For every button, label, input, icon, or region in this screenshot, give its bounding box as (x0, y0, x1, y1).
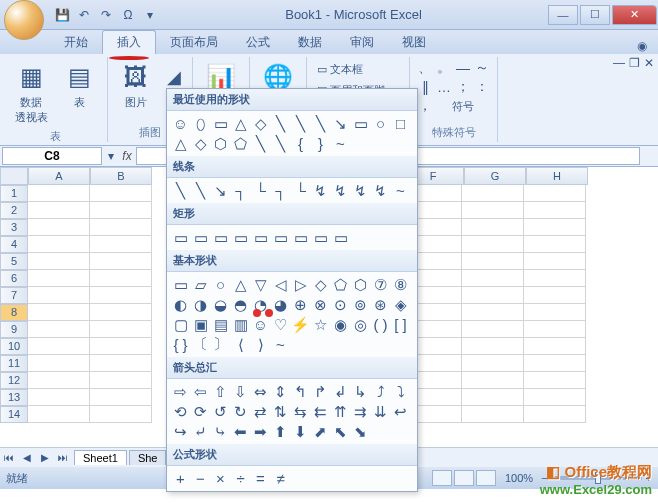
shape-item[interactable]: ▢ (171, 315, 190, 334)
cell[interactable] (28, 270, 90, 287)
cell[interactable] (28, 372, 90, 389)
shape-item[interactable]: ▭ (211, 228, 230, 247)
shape-item[interactable]: ➡ (251, 422, 270, 441)
pivot-table-button[interactable]: ▦ 数据 透视表 (9, 59, 53, 127)
cell[interactable] (90, 253, 152, 270)
shape-item[interactable]: ~ (331, 134, 350, 153)
shape-item[interactable]: ⤷ (211, 422, 230, 441)
shape-item[interactable]: ▭ (311, 228, 330, 247)
shape-item[interactable]: ↯ (311, 181, 330, 200)
shape-item[interactable]: ~ (391, 181, 410, 200)
shape-item[interactable]: ▣ (191, 315, 210, 334)
sheet-nav-last[interactable]: ⏭ (54, 452, 72, 463)
cell[interactable] (524, 202, 586, 219)
view-pagebreak-button[interactable] (476, 470, 496, 486)
cell[interactable] (28, 287, 90, 304)
qat-dropdown-icon[interactable]: ▾ (140, 5, 160, 25)
shape-item[interactable]: ▥ (231, 315, 250, 334)
row-header[interactable]: 11 (0, 355, 28, 372)
tab-data[interactable]: 数据 (284, 31, 336, 54)
shape-item[interactable]: ┐ (271, 181, 290, 200)
shape-item[interactable]: ▭ (231, 228, 250, 247)
sheet-nav-first[interactable]: ⏮ (0, 452, 18, 463)
shape-item[interactable]: ⊗ (311, 295, 330, 314)
cell[interactable] (90, 219, 152, 236)
col-header[interactable]: A (28, 167, 90, 185)
cell[interactable] (462, 406, 524, 423)
cell[interactable] (90, 236, 152, 253)
shape-item[interactable]: ⬉ (331, 422, 350, 441)
view-layout-button[interactable] (454, 470, 474, 486)
shape-item[interactable]: ⤶ (191, 422, 210, 441)
shape-item[interactable]: ⬯ (191, 114, 210, 133)
cell[interactable] (462, 355, 524, 372)
shape-item[interactable]: ~ (271, 335, 290, 354)
cell[interactable] (28, 253, 90, 270)
row-header[interactable]: 3 (0, 219, 28, 236)
symbol-item[interactable]: ～ (473, 59, 491, 77)
shape-item[interactable]: ⬆ (271, 422, 290, 441)
shape-item[interactable]: ⑦ (371, 275, 390, 294)
shape-item[interactable]: ╲ (191, 181, 210, 200)
shape-item[interactable]: ⇕ (271, 382, 290, 401)
cell[interactable] (524, 304, 586, 321)
sheet-tab-1[interactable]: Sheet1 (74, 450, 127, 465)
fx-icon[interactable]: fx (118, 149, 136, 163)
shape-item[interactable]: ⇆ (291, 402, 310, 421)
shape-item[interactable]: ▭ (251, 228, 270, 247)
cell[interactable] (90, 321, 152, 338)
shape-item[interactable]: ⬡ (351, 275, 370, 294)
shape-item[interactable]: ▭ (291, 228, 310, 247)
shape-item[interactable]: − (191, 469, 210, 488)
cell[interactable] (462, 219, 524, 236)
shape-item[interactable]: ⇅ (271, 402, 290, 421)
table-button[interactable]: ▤ 表 (57, 59, 101, 112)
shape-item[interactable]: ⟲ (171, 402, 190, 421)
shape-item[interactable]: ↱ (311, 382, 330, 401)
cell[interactable] (28, 219, 90, 236)
tab-pagelayout[interactable]: 页面布局 (156, 31, 232, 54)
sheet-tab-2[interactable]: She (129, 450, 167, 465)
shape-item[interactable]: ◁ (271, 275, 290, 294)
shape-item[interactable]: ⇧ (211, 382, 230, 401)
wb-minimize-button[interactable]: — (613, 56, 625, 70)
shape-item[interactable]: ╲ (171, 181, 190, 200)
cell[interactable] (462, 321, 524, 338)
shape-item[interactable]: ↻ (231, 402, 250, 421)
shape-item[interactable]: ▭ (271, 228, 290, 247)
shape-item[interactable]: △ (171, 134, 190, 153)
cell[interactable] (462, 304, 524, 321)
shape-item[interactable]: ⊕ (291, 295, 310, 314)
cell[interactable] (90, 202, 152, 219)
cell[interactable] (28, 202, 90, 219)
cell[interactable] (524, 372, 586, 389)
namebox-dropdown-icon[interactable]: ▾ (104, 149, 118, 163)
textbox-button[interactable]: ▭文本框 (313, 59, 403, 79)
shape-item[interactable]: ⇦ (191, 382, 210, 401)
shape-item[interactable]: ╲ (251, 134, 270, 153)
save-icon[interactable]: 💾 (52, 5, 72, 25)
shape-item[interactable]: ⇈ (331, 402, 350, 421)
cell[interactable] (90, 270, 152, 287)
cell[interactable] (462, 287, 524, 304)
cell[interactable] (90, 338, 152, 355)
shape-item[interactable]: = (251, 469, 270, 488)
cell[interactable] (524, 270, 586, 287)
shape-item[interactable]: ╲ (291, 114, 310, 133)
cell[interactable] (524, 338, 586, 355)
symbol-item[interactable]: ； (454, 78, 472, 96)
shape-item[interactable]: ◎ (351, 315, 370, 334)
cell[interactable] (28, 185, 90, 202)
shape-item[interactable]: ⇊ (371, 402, 390, 421)
shape-item[interactable]: ⬈ (311, 422, 330, 441)
shape-item[interactable]: ○ (211, 275, 230, 294)
cell[interactable] (90, 287, 152, 304)
cell[interactable] (28, 321, 90, 338)
row-header[interactable]: 4 (0, 236, 28, 253)
shape-item[interactable]: { } (171, 335, 190, 354)
picture-button[interactable]: 🖼 图片 (114, 59, 158, 112)
help-icon[interactable]: ◉ (634, 38, 650, 54)
cell[interactable] (524, 287, 586, 304)
sheet-nav-next[interactable]: ▶ (36, 452, 54, 463)
cell[interactable] (28, 304, 90, 321)
